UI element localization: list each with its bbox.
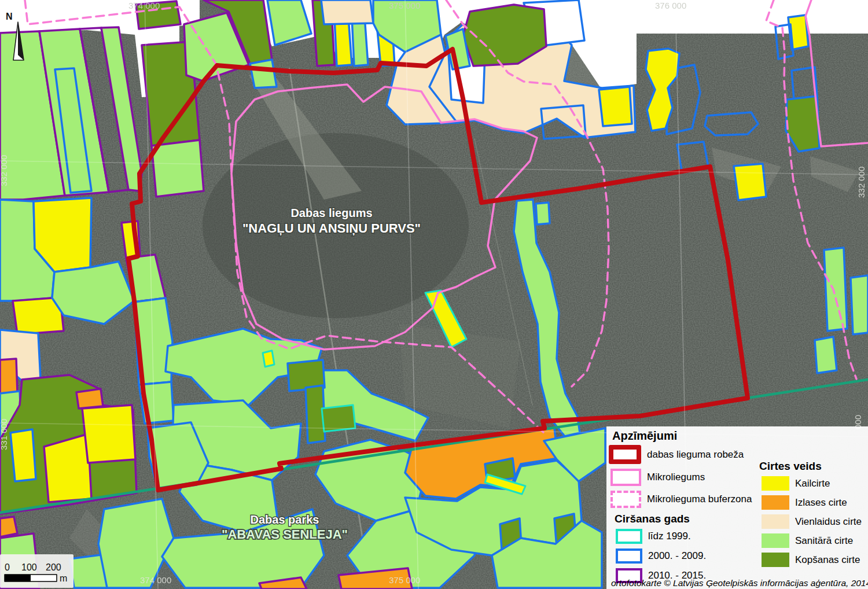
legend-item-label: Izlases cirte (795, 497, 847, 509)
legend-item-kailcirte: Kailcirte (760, 476, 862, 491)
legend-title: Apzīmējumi (612, 429, 868, 443)
sanitara-cirte-swatch (762, 533, 789, 548)
mikroliegums-swatch (610, 469, 641, 486)
legend-item-label: Kailcirte (795, 478, 830, 489)
legend-item-label: Mikrolieguma buferzona (647, 494, 752, 505)
buffer-swatch (610, 491, 641, 508)
scale-tick-100: 100 (21, 562, 37, 572)
park-name-line1: Dabas parks (251, 513, 319, 526)
reserve-boundary-swatch (609, 445, 641, 464)
grid-label-top-375: 375 000 (389, 1, 420, 10)
legend-item-label: Vienlaidus cirte (795, 516, 862, 528)
year-2000-2009-swatch (616, 548, 642, 564)
legend-item-label: līdz 1999. (648, 531, 691, 542)
kopsanas-cirte-swatch (762, 553, 789, 567)
grid-label-top-374: 374 000 (128, 1, 160, 10)
grid-label-left-331: 331 000 (0, 419, 9, 450)
legend-item-label: 2000. - 2009. (648, 550, 706, 562)
legend-type-section: Cirtes veids Kailcirte Izlases cirte Vie… (758, 459, 862, 572)
park-name-line2: "ABAVAS SENLEJA" (222, 527, 348, 542)
year-1999-swatch (616, 529, 642, 544)
legend-type-title: Cirtes veids (759, 460, 862, 473)
map-page: 374 000 375 000 376 000 374 000 375 000 … (0, 0, 868, 589)
north-arrow-label: N (6, 12, 13, 21)
legend-item-label: dabas lieguma robeža (647, 449, 744, 461)
grid-label-bottom-374: 374 000 (140, 575, 171, 585)
legend-item-sanitara-cirte: Sanitārā cirte (760, 533, 862, 548)
legend-item-vienlaidus-cirte: Vienlaidus cirte (760, 514, 862, 529)
reserve-name-line1: Dabas liegums (290, 207, 372, 219)
scale-tick-200: 200 (46, 562, 61, 572)
attribution: ortofotokarte © Latvijas Ģeotelpiskās in… (611, 578, 868, 588)
grid-label-bottom-375: 375 000 (389, 575, 420, 585)
legend-item-izlases-cirte: Izlases cirte (760, 495, 862, 510)
legend-item-label: Sanitārā cirte (795, 535, 853, 547)
scale-unit: m (60, 573, 67, 583)
scale-bar: 0 100 200 m (0, 554, 73, 588)
vienlaidus-cirte-swatch (762, 514, 789, 529)
kailcirte-swatch (762, 476, 789, 491)
grid-label-right-332: 332 000 (856, 167, 866, 198)
reserve-name-line2: "NAGĻU UN ANSIŅU PURVS" (242, 221, 421, 235)
legend-item-kopsanas-cirte: Kopšanas cirte (760, 553, 862, 567)
legend-panel: Apzīmējumi dabas lieguma robeža Mikrolie… (606, 426, 868, 589)
legend-item-label: Mikroliegums (647, 472, 705, 483)
grid-label-top-376: 376 000 (655, 1, 686, 10)
scale-tick-0: 0 (5, 562, 10, 572)
izlases-cirte-swatch (762, 495, 789, 510)
grid-label-left-332: 332 000 (0, 155, 9, 186)
legend-item-label: Kopšanas cirte (795, 554, 860, 566)
